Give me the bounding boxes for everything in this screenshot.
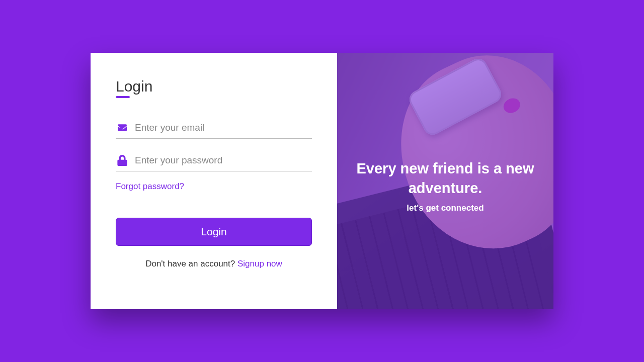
promo-title: Every new friend is a new adventure. (347, 159, 543, 198)
signup-link[interactable]: Signup now (237, 259, 282, 268)
form-fields (116, 118, 312, 184)
signup-prompt-text: Don't have an account? (145, 259, 237, 268)
envelope-icon (116, 123, 129, 132)
page-title: Login (116, 78, 152, 95)
login-form-panel: Login Forgot password? Login Don't have … (91, 53, 337, 309)
promo-subtitle: let's get connected (347, 203, 543, 213)
forgot-password-link[interactable]: Forgot password? (116, 182, 184, 192)
promo-copy: Every new friend is a new adventure. let… (337, 159, 553, 213)
login-card: Login Forgot password? Login Don't have … (91, 53, 553, 309)
password-field-row (116, 151, 312, 171)
signup-prompt-line: Don't have an account? Signup now (116, 259, 312, 269)
password-input[interactable] (135, 155, 312, 166)
email-input[interactable] (135, 122, 312, 133)
email-field-row (116, 118, 312, 139)
login-button[interactable]: Login (116, 218, 312, 246)
promo-panel: Every new friend is a new adventure. let… (337, 53, 553, 309)
lock-icon (116, 155, 129, 166)
